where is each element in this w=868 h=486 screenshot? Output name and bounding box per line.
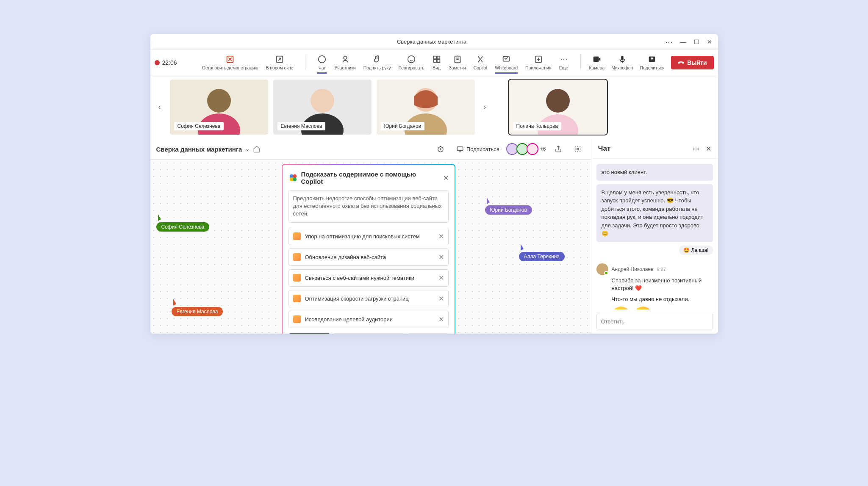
suggestion-text: Исследование целевой аудитории (305, 316, 434, 323)
note-icon (293, 295, 301, 302)
avatar (596, 263, 608, 275)
camera-button[interactable]: Камера (589, 55, 605, 70)
emoji-laugh-icon (612, 307, 630, 309)
stop-sharing-button[interactable]: Остановить демонстрацию (202, 55, 258, 70)
svg-rect-7 (433, 60, 436, 62)
tag-icon[interactable] (253, 145, 261, 153)
meeting-bar: Сверка данных маркетинга ⌄ Подписаться +… (150, 139, 591, 160)
leave-button[interactable]: Выйти (671, 56, 713, 69)
screen-icon (456, 145, 464, 153)
participant-tile[interactable]: Юрий Богданов (377, 80, 475, 135)
generate-more-button[interactable]: ↻ Сгенерировать дополнит... (333, 333, 405, 334)
suggestion-item[interactable]: Оптимизация скорости загрузки страниц✕ (288, 290, 449, 307)
remove-icon[interactable]: ✕ (438, 232, 444, 240)
apps-button[interactable]: Приложения (525, 55, 551, 70)
prev-arrow[interactable]: ‹ (155, 94, 165, 120)
reply-input[interactable]: Ответить (596, 314, 713, 329)
participant-name: Юрий Богданов (381, 122, 424, 130)
share-button[interactable]: Поделиться (640, 55, 664, 70)
app-window: Сверка данных маркетинга ⋯ — ☐ ✕ 22:06 О… (150, 34, 718, 334)
next-arrow[interactable]: › (480, 94, 490, 120)
remove-icon[interactable]: ✕ (438, 295, 444, 303)
phone-icon (678, 59, 685, 66)
remove-icon[interactable]: ✕ (438, 274, 444, 282)
mic-button[interactable]: Микрофон (611, 55, 633, 70)
collaborator-cursor: Евгения Маслова (172, 299, 223, 316)
view-button[interactable]: Вид (432, 55, 441, 70)
note-icon (293, 232, 301, 240)
suggestion-text: Упор на оптимизацию для поисковых систем (305, 233, 434, 240)
svg-rect-8 (437, 60, 439, 62)
chat-panel-title: Чат (598, 144, 692, 153)
remove-icon[interactable]: ✕ (438, 253, 444, 261)
suggestion-text: Оптимизация скорости загрузки страниц (305, 295, 434, 302)
remove-icon[interactable]: ✕ (438, 315, 444, 323)
video-strip: ‹ София Селезнева Евгения Маслова Юрий Б… (150, 75, 718, 139)
participant-tile-active[interactable]: Полина Кольцова (509, 80, 607, 135)
svg-point-24 (546, 89, 570, 113)
suggestion-item[interactable]: Исследование целевой аудитории✕ (288, 311, 449, 328)
main-area: Сверка данных маркетинга ⌄ Подписаться +… (150, 139, 718, 334)
share-icon[interactable] (551, 144, 566, 155)
recording-time: 22:06 (162, 59, 177, 66)
suggestion-text: Связаться с веб-сайтами нужной тематики (305, 275, 434, 281)
edit-button[interactable]: ✎ Изменить (408, 333, 448, 334)
close-button[interactable]: ✕ (707, 39, 712, 45)
collaborator-cursor: Алла Терехина (519, 244, 565, 261)
timer-button[interactable] (433, 144, 448, 155)
chat-message: это новый клиент. (596, 164, 713, 181)
avatar (527, 143, 538, 155)
svg-point-15 (207, 89, 231, 113)
chat-more-icon[interactable]: ⋯ (692, 144, 700, 153)
svg-rect-12 (621, 56, 624, 61)
popout-button[interactable]: В новом окне (266, 55, 293, 70)
suggestion-item[interactable]: Упор на оптимизацию для поисковых систем… (288, 228, 449, 245)
more-button[interactable]: ⋯ Еще (559, 55, 568, 70)
more-icon[interactable]: ⋯ (665, 37, 673, 47)
svg-rect-6 (437, 56, 439, 59)
emoji-monocle-icon (634, 307, 652, 309)
note-icon (293, 253, 301, 261)
svg-rect-27 (457, 147, 463, 151)
react-button[interactable]: Реагировать (399, 55, 424, 70)
notes-button[interactable]: Заметки (449, 55, 466, 70)
whiteboard-button[interactable]: Whiteboard (495, 55, 518, 70)
participant-name: Полина Кольцова (513, 122, 561, 130)
chevron-down-icon: ⌄ (245, 146, 250, 152)
participant-name: Евгения Маслова (277, 122, 326, 130)
avatar-group[interactable]: +6 (508, 143, 546, 155)
copilot-icon (288, 173, 298, 182)
minimize-button[interactable]: — (680, 39, 686, 45)
svg-point-3 (344, 56, 347, 59)
titlebar: Сверка данных маркетинга ⋯ — ☐ ✕ (150, 34, 718, 50)
whiteboard-canvas[interactable]: София СелезневаЕвгения МасловаЮрий Богда… (150, 160, 591, 334)
settings-icon[interactable] (571, 144, 585, 155)
reaction-badge[interactable]: 🤩 Лапша! (679, 246, 713, 255)
insert-button[interactable]: ✓ Вставить (6) (288, 333, 330, 334)
chat-button[interactable]: Чат (317, 55, 327, 70)
chat-close-icon[interactable]: ✕ (706, 145, 711, 153)
divider (580, 55, 581, 70)
divider (305, 55, 305, 70)
maximize-button[interactable]: ☐ (694, 39, 699, 45)
record-icon (155, 60, 160, 65)
meeting-toolbar: 22:06 Остановить демонстрацию В новом ок… (150, 50, 718, 75)
more-count: +6 (540, 146, 546, 152)
participant-tile[interactable]: Евгения Маслова (273, 80, 372, 135)
svg-point-4 (408, 56, 415, 63)
chat-message: В целом у меня есть уверенность, что зап… (596, 184, 713, 242)
people-button[interactable]: Участники (334, 55, 355, 70)
svg-rect-5 (433, 56, 436, 59)
subscribe-button[interactable]: Подписаться (453, 144, 503, 155)
close-icon[interactable]: ✕ (443, 174, 449, 182)
collaborator-cursor: София Селезнева (156, 215, 210, 232)
copilot-prompt[interactable]: Предложить недорогие способы оптимизации… (288, 190, 449, 223)
recording-indicator: 22:06 (155, 59, 177, 66)
raise-hand-button[interactable]: Поднять руку (363, 55, 391, 70)
participant-name: София Селезнева (174, 122, 224, 130)
suggestion-item[interactable]: Обновление дизайна веб-сайта✕ (288, 249, 449, 266)
participant-tile[interactable]: София Селезнева (170, 80, 268, 135)
copilot-button[interactable]: Copilot (474, 55, 488, 70)
meeting-title[interactable]: Сверка данных маркетинга ⌄ (156, 145, 261, 153)
suggestion-item[interactable]: Связаться с веб-сайтами нужной тематики✕ (288, 269, 449, 287)
